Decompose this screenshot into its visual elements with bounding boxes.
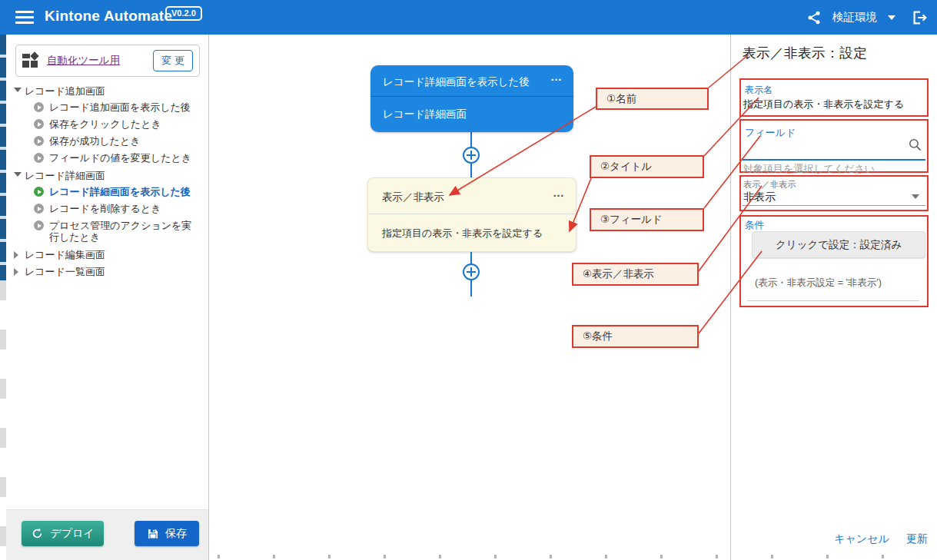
left-scroll-strip[interactable] [0,35,6,280]
field-label: フィールド [745,126,796,140]
event-tree: レコード追加画面 レコード追加画面を表示した後 保存をクリックしたとき 保存が成… [6,82,209,280]
triangle-expanded-icon [14,88,22,92]
display-name-value[interactable]: 指定項目の表示・非表示を設定する [743,98,904,111]
field-placeholder: 対象項目を選択してください [743,162,875,176]
action-node-title: 表示／非表示 [382,191,444,204]
tree-group-label: レコード詳細画面 [25,170,105,181]
play-circle-icon [34,153,44,163]
play-circle-icon-green [34,187,44,197]
tree-item-event[interactable]: フィールドの値を変更したとき [6,150,204,167]
add-step-plus-icon[interactable] [463,147,480,164]
save-button[interactable]: 保存 [135,521,199,546]
node-menu-icon[interactable]: … [550,70,563,83]
tree-item-label: 保存が成功したとき [49,135,141,147]
update-link[interactable]: 更新 [906,532,928,546]
field-input-underline [743,159,925,161]
visibility-value: 非表示 [743,191,776,204]
play-circle-icon [34,204,44,214]
tree-group-label: レコード追加画面 [25,85,105,97]
tree-item-label: レコード追加画面を表示した後 [49,101,191,113]
condition-set-button[interactable]: クリックで設定：設定済み [752,231,925,258]
deploy-label: デプロイ [50,527,94,541]
tree-group-record-detail[interactable]: レコード詳細画面 [6,167,209,184]
condition-divider [747,300,919,301]
hamburger-menu-icon[interactable] [15,11,34,24]
play-circle-icon [34,119,44,129]
search-icon[interactable] [908,138,922,152]
annotation-visibility: ④表示／非表示 [572,263,699,286]
tree-group-label: レコード編集画面 [25,249,105,260]
logout-icon[interactable] [911,9,928,26]
add-step-plus-icon[interactable] [463,263,480,280]
action-node-subtitle: 指定項目の表示・非表示を設定する [382,227,543,240]
sidebar: 自動化ツール用 変 更 レコード追加画面 レコード追加画面を表示した後 保存をク… [6,35,209,560]
tree-group-label: レコード一覧画面 [25,266,105,277]
visibility-underline [743,205,925,206]
tree-group-record-edit[interactable]: レコード編集画面 [6,246,209,263]
version-badge: V0.2.0 [165,6,202,21]
left-scroll-strip-lower [0,280,6,560]
node-menu-icon[interactable]: … [553,186,565,199]
play-circle-icon [34,136,44,146]
trigger-node-subtitle: レコード詳細画面 [383,108,467,121]
condition-expression: (表示・非表示設定 = '非表示') [755,277,882,290]
sync-icon [31,527,44,540]
action-node-header: 表示／非表示 … [368,178,576,214]
settings-panel: 表示／非表示：設定 表示名 指定項目の表示・非表示を設定する フィールド 対象項… [730,35,937,560]
header-bar: Kintone Automate V0.2.0 検証環境 [0,0,937,35]
panel-title: 表示／非表示：設定 [743,44,867,62]
trigger-node-title: レコード詳細画面を表示した後 [383,75,530,89]
tree-item-label: レコードを削除するとき [49,203,161,214]
chevron-down-icon[interactable] [888,15,895,20]
play-circle-icon [34,220,44,230]
tree-item-label: プロセス管理のアクションを実行したとき [49,220,191,243]
tree-item-label: フィールドの値を変更したとき [49,152,191,164]
save-label: 保存 [165,527,187,541]
tree-item-label: レコード詳細画面を表示した後 [49,186,191,197]
app-title: Kintone Automate [45,8,172,25]
tree-item-event-selected[interactable]: レコード詳細画面を表示した後 [6,184,204,200]
triangle-collapsed-icon [14,268,18,276]
display-name-field: 表示名 指定項目の表示・非表示を設定する [739,78,929,117]
tree-item-event[interactable]: レコード追加画面を表示した後 [6,99,204,116]
cancel-link[interactable]: キャンセル [834,532,889,546]
display-name-label: 表示名 [745,84,773,97]
visibility-select[interactable]: 表示／非表示 非表示 [739,175,929,211]
condition-label: 条件 [745,219,764,232]
play-circle-icon [34,102,44,112]
sidebar-footer: デプロイ 保存 [6,509,208,560]
condition-section: 条件 クリックで設定：設定済み (表示・非表示設定 = '非表示') [739,215,929,307]
app-icon [22,52,39,69]
annotation-field: ③フィールド [590,208,704,231]
floppy-disk-icon [147,528,159,540]
app-selector-card: 自動化ツール用 変 更 [15,45,200,77]
environment-label[interactable]: 検証環境 [832,10,877,25]
tree-item-event[interactable]: レコードを削除するとき [6,200,204,217]
select-caret-icon[interactable] [912,194,919,199]
deploy-button[interactable]: デプロイ [22,521,104,546]
share-icon[interactable] [806,10,822,25]
tree-item-event[interactable]: 保存をクリックしたとき [6,116,204,133]
annotation-title: ②タイトル [590,155,704,178]
tree-item-event[interactable]: プロセス管理のアクションを実行したとき [6,217,204,246]
field-search-field[interactable]: フィールド 対象項目を選択してください [739,119,929,173]
trigger-node[interactable]: レコード詳細画面を表示した後 … レコード詳細画面 [370,65,573,132]
tree-item-label: 保存をクリックしたとき [49,118,161,130]
action-node[interactable]: 表示／非表示 … 指定項目の表示・非表示を設定する [367,177,576,252]
triangle-collapsed-icon [14,251,18,259]
trigger-node-header: レコード詳細画面を表示した後 … [370,65,573,97]
tree-group-record-list[interactable]: レコード一覧画面 [6,263,209,280]
tree-item-event[interactable]: 保存が成功したとき [6,133,204,150]
app-link[interactable]: 自動化ツール用 [47,54,153,68]
tree-group-record-add[interactable]: レコード追加画面 [6,82,209,99]
annotation-condition: ⑤条件 [572,325,699,348]
visibility-label: 表示／非表示 [743,179,796,191]
triangle-expanded-icon [14,172,22,177]
annotation-name: ①名前 [596,88,709,110]
change-app-button[interactable]: 変 更 [153,50,193,71]
